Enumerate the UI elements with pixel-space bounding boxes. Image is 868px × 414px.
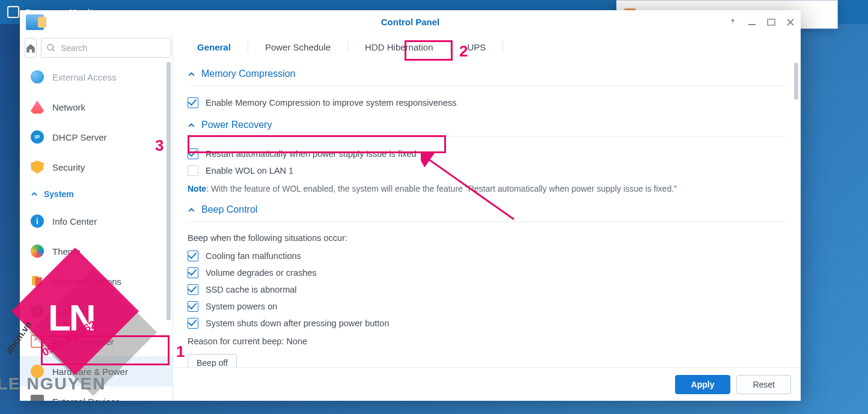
sidebar-item-notification[interactable]: •••Notification xyxy=(20,296,173,326)
sidebar-label: Security xyxy=(52,162,85,172)
task-icon xyxy=(31,335,44,348)
main-panel: General Power Schedule HDD Hibernation U… xyxy=(173,34,801,401)
checkbox[interactable] xyxy=(188,267,198,278)
control-panel-window: Control Panel External Access Netwo xyxy=(20,10,801,401)
beep-reason: Reason for current beep: None xyxy=(188,332,786,349)
annotation-1: 1 xyxy=(176,342,185,361)
palette-icon xyxy=(31,245,44,258)
bulb-icon xyxy=(31,365,44,378)
reset-button[interactable]: Reset xyxy=(736,375,791,394)
sidebar-header-system[interactable]: System xyxy=(20,182,173,206)
content-scrollbar[interactable] xyxy=(794,62,798,100)
checkbox-label: SSD cache is abnormal xyxy=(206,285,297,294)
monitor-icon xyxy=(7,6,19,18)
sidebar-item-theme[interactable]: Theme xyxy=(20,236,173,266)
sidebar-item-external-access[interactable]: External Access xyxy=(20,62,173,92)
sidebar-label: Theme xyxy=(52,246,81,257)
titlebar[interactable]: Control Panel xyxy=(20,10,801,34)
info-icon: i xyxy=(31,215,44,228)
checkbox[interactable] xyxy=(188,165,198,176)
checkbox[interactable] xyxy=(188,148,198,159)
dhcp-icon: IP xyxy=(31,130,44,144)
sidebar-label: Notification xyxy=(52,306,97,317)
checkbox-label: Restart automatically when power supply … xyxy=(206,149,417,159)
checkbox-row-beep[interactable]: Cooling fan malfunctions xyxy=(188,248,786,264)
home-button[interactable] xyxy=(25,38,37,58)
help-icon[interactable] xyxy=(729,18,737,26)
sidebar-label: Regional Options xyxy=(52,276,121,287)
section-title: Beep Control xyxy=(201,204,257,215)
checkbox-row-beep[interactable]: System shuts down after pressing power b… xyxy=(188,315,786,332)
annotation-2: 2 xyxy=(459,42,468,61)
chevron-up-icon xyxy=(188,70,195,78)
svg-rect-1 xyxy=(768,19,775,25)
network-icon xyxy=(31,100,44,114)
chevron-up-icon xyxy=(188,121,195,129)
content-area[interactable]: Memory Compression Enable Memory Compres… xyxy=(173,60,801,367)
tab-general[interactable]: General xyxy=(184,37,244,57)
sidebar-label: DHCP Server xyxy=(52,132,107,142)
sidebar-header-label: System xyxy=(44,189,74,199)
checkbox-label: Enable WOL on LAN 1 xyxy=(206,166,293,175)
apply-button[interactable]: Apply xyxy=(675,375,731,394)
checkbox[interactable] xyxy=(188,318,198,329)
checkbox[interactable] xyxy=(188,251,198,261)
control-panel-icon xyxy=(26,14,44,30)
checkbox-row-beep[interactable]: Volume degrades or crashes xyxy=(188,264,786,281)
sidebar-item-external-devices[interactable]: External Devices xyxy=(20,386,173,401)
sidebar-item-security[interactable]: Security xyxy=(20,152,173,182)
wol-note: Note: With the feature of WOL enabled, t… xyxy=(188,179,786,196)
checkbox[interactable] xyxy=(188,97,198,108)
sidebar-label: External Devices xyxy=(52,397,120,401)
section-beep-control[interactable]: Beep Control xyxy=(188,196,786,222)
sidebar-item-task-scheduler[interactable]: Task Scheduler xyxy=(20,326,173,356)
sidebar-scrollbar[interactable] xyxy=(167,62,171,320)
section-title: Memory Compression xyxy=(201,68,295,79)
minimize-icon[interactable] xyxy=(748,18,756,26)
sidebar-item-hardware-power[interactable]: Hardware & Power xyxy=(20,356,173,386)
tabs: General Power Schedule HDD Hibernation U… xyxy=(173,34,801,60)
search-field[interactable] xyxy=(61,43,166,53)
close-icon[interactable] xyxy=(786,18,795,26)
checkbox-label: Cooling fan malfunctions xyxy=(206,251,301,261)
checkbox-label: Volume degrades or crashes xyxy=(206,268,317,278)
maximize-icon[interactable] xyxy=(767,18,775,26)
sidebar-label: External Access xyxy=(52,72,117,82)
sidebar-label: Hardware & Power xyxy=(52,367,128,377)
checkbox-label: System powers on xyxy=(206,302,277,311)
chevron-up-icon xyxy=(31,190,38,198)
checkbox-row-mem-enable[interactable]: Enable Memory Compression to improve sys… xyxy=(188,94,786,111)
section-title: Power Recovery xyxy=(201,120,272,130)
svg-rect-3 xyxy=(35,277,42,286)
checkbox-label: System shuts down after pressing power b… xyxy=(206,318,389,328)
footer: Apply Reset xyxy=(173,367,801,401)
section-memory-compression[interactable]: Memory Compression xyxy=(188,60,786,86)
checkbox-label: Enable Memory Compression to improve sys… xyxy=(206,98,456,108)
beep-off-button[interactable]: Beep off xyxy=(188,354,237,367)
sidebar-label: Info Center xyxy=(52,216,97,227)
checkbox-row-wol[interactable]: Enable WOL on LAN 1 xyxy=(188,162,786,179)
checkbox[interactable] xyxy=(188,301,198,312)
checkbox-row-restart-auto[interactable]: Restart automatically when power supply … xyxy=(188,145,786,162)
shield-icon xyxy=(31,160,44,174)
chevron-up-icon xyxy=(188,206,195,214)
svg-rect-0 xyxy=(748,24,756,25)
globe-icon xyxy=(31,70,44,84)
search-icon xyxy=(46,43,56,53)
checkbox-row-beep[interactable]: System powers on xyxy=(188,298,786,315)
checkbox-row-beep[interactable]: SSD cache is abnormal xyxy=(188,281,786,298)
tab-power-schedule[interactable]: Power Schedule xyxy=(252,37,344,57)
sidebar-label: Network xyxy=(52,102,85,112)
sidebar-item-info-center[interactable]: iInfo Center xyxy=(20,206,173,236)
search-input[interactable] xyxy=(41,38,171,58)
sidebar: External Access Network IPDHCP Server Se… xyxy=(20,34,173,401)
sidebar-item-regional[interactable]: Regional Options xyxy=(20,266,173,296)
checkbox[interactable] xyxy=(188,284,198,295)
tab-hdd-hibernation[interactable]: HDD Hibernation xyxy=(352,37,446,57)
devices-icon xyxy=(31,395,44,401)
sidebar-item-network[interactable]: Network xyxy=(20,92,173,122)
sidebar-item-dhcp[interactable]: IPDHCP Server xyxy=(20,122,173,152)
chat-icon: ••• xyxy=(31,305,44,318)
flag-icon xyxy=(31,275,44,288)
section-power-recovery[interactable]: Power Recovery xyxy=(188,111,786,137)
